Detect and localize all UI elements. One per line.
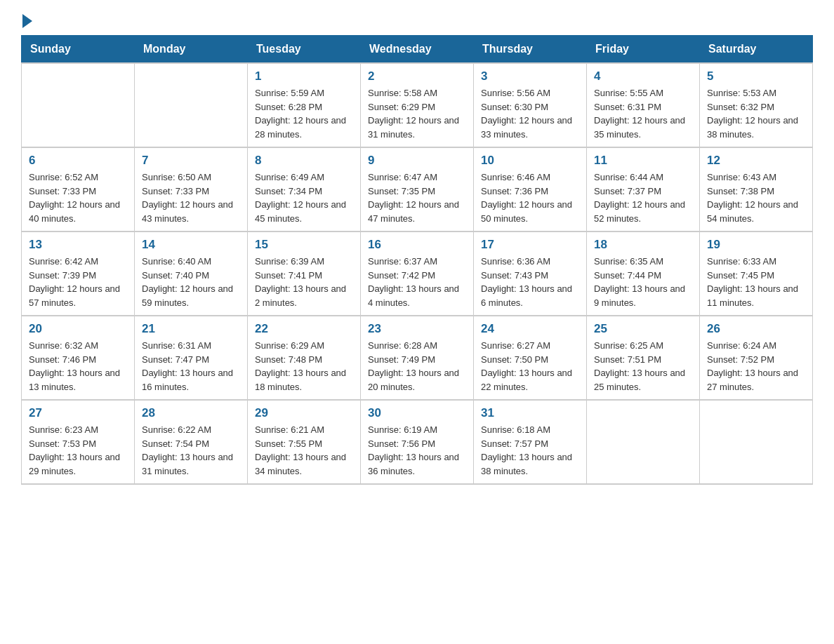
day-info: Sunrise: 5:53 AM Sunset: 6:32 PM Dayligh… bbox=[707, 86, 805, 141]
day-number: 4 bbox=[594, 69, 692, 83]
day-number: 19 bbox=[707, 238, 805, 252]
calendar-cell: 22Sunrise: 6:29 AM Sunset: 7:48 PM Dayli… bbox=[248, 316, 361, 400]
day-number: 30 bbox=[368, 406, 466, 420]
day-info: Sunrise: 6:37 AM Sunset: 7:42 PM Dayligh… bbox=[368, 255, 466, 309]
day-number: 27 bbox=[29, 406, 127, 420]
day-info: Sunrise: 5:59 AM Sunset: 6:28 PM Dayligh… bbox=[255, 86, 353, 141]
day-of-week-header: Tuesday bbox=[248, 36, 361, 64]
day-info: Sunrise: 6:42 AM Sunset: 7:39 PM Dayligh… bbox=[29, 255, 127, 309]
calendar-cell: 15Sunrise: 6:39 AM Sunset: 7:41 PM Dayli… bbox=[248, 232, 361, 316]
day-number: 8 bbox=[255, 154, 353, 168]
day-number: 13 bbox=[29, 238, 127, 252]
day-info: Sunrise: 6:49 AM Sunset: 7:34 PM Dayligh… bbox=[255, 170, 353, 225]
day-number: 28 bbox=[142, 406, 240, 420]
calendar-cell: 26Sunrise: 6:24 AM Sunset: 7:52 PM Dayli… bbox=[700, 316, 813, 400]
day-info: Sunrise: 6:43 AM Sunset: 7:38 PM Dayligh… bbox=[707, 170, 805, 225]
day-of-week-header: Sunday bbox=[22, 36, 135, 64]
day-number: 10 bbox=[481, 154, 579, 168]
day-number: 15 bbox=[255, 238, 353, 252]
day-number: 31 bbox=[481, 406, 579, 420]
calendar-cell: 21Sunrise: 6:31 AM Sunset: 7:47 PM Dayli… bbox=[135, 316, 248, 400]
day-number: 7 bbox=[142, 154, 240, 168]
calendar-week-row: 20Sunrise: 6:32 AM Sunset: 7:46 PM Dayli… bbox=[22, 316, 813, 400]
logo-blue-part bbox=[21, 14, 35, 28]
day-info: Sunrise: 6:39 AM Sunset: 7:41 PM Dayligh… bbox=[255, 255, 353, 309]
calendar-week-row: 1Sunrise: 5:59 AM Sunset: 6:28 PM Daylig… bbox=[22, 63, 813, 147]
day-number: 16 bbox=[368, 238, 466, 252]
calendar-cell bbox=[22, 63, 135, 147]
calendar-cell: 17Sunrise: 6:36 AM Sunset: 7:43 PM Dayli… bbox=[474, 232, 587, 316]
calendar-cell: 1Sunrise: 5:59 AM Sunset: 6:28 PM Daylig… bbox=[248, 63, 361, 147]
day-number: 11 bbox=[594, 154, 692, 168]
calendar-table: SundayMondayTuesdayWednesdayThursdayFrid… bbox=[21, 35, 813, 485]
day-number: 12 bbox=[707, 154, 805, 168]
day-of-week-header: Wednesday bbox=[361, 36, 474, 64]
day-info: Sunrise: 6:21 AM Sunset: 7:55 PM Dayligh… bbox=[255, 423, 353, 478]
day-number: 22 bbox=[255, 322, 353, 336]
calendar-cell bbox=[700, 400, 813, 484]
day-number: 23 bbox=[368, 322, 466, 336]
calendar-cell: 7Sunrise: 6:50 AM Sunset: 7:33 PM Daylig… bbox=[135, 147, 248, 232]
day-number: 9 bbox=[368, 154, 466, 168]
day-number: 25 bbox=[594, 322, 692, 336]
day-info: Sunrise: 6:50 AM Sunset: 7:33 PM Dayligh… bbox=[142, 170, 240, 225]
calendar-cell: 6Sunrise: 6:52 AM Sunset: 7:33 PM Daylig… bbox=[22, 147, 135, 232]
calendar-cell: 20Sunrise: 6:32 AM Sunset: 7:46 PM Dayli… bbox=[22, 316, 135, 400]
day-info: Sunrise: 6:19 AM Sunset: 7:56 PM Dayligh… bbox=[368, 423, 466, 478]
calendar-header-row: SundayMondayTuesdayWednesdayThursdayFrid… bbox=[22, 36, 813, 64]
day-number: 21 bbox=[142, 322, 240, 336]
day-info: Sunrise: 6:22 AM Sunset: 7:54 PM Dayligh… bbox=[142, 423, 240, 478]
calendar-week-row: 27Sunrise: 6:23 AM Sunset: 7:53 PM Dayli… bbox=[22, 400, 813, 484]
calendar-cell bbox=[135, 63, 248, 147]
calendar-cell: 25Sunrise: 6:25 AM Sunset: 7:51 PM Dayli… bbox=[587, 316, 700, 400]
calendar-cell: 5Sunrise: 5:53 AM Sunset: 6:32 PM Daylig… bbox=[700, 63, 813, 147]
calendar-cell: 11Sunrise: 6:44 AM Sunset: 7:37 PM Dayli… bbox=[587, 147, 700, 232]
calendar-cell: 10Sunrise: 6:46 AM Sunset: 7:36 PM Dayli… bbox=[474, 147, 587, 232]
calendar-cell: 24Sunrise: 6:27 AM Sunset: 7:50 PM Dayli… bbox=[474, 316, 587, 400]
calendar-cell: 4Sunrise: 5:55 AM Sunset: 6:31 PM Daylig… bbox=[587, 63, 700, 147]
day-number: 14 bbox=[142, 238, 240, 252]
day-info: Sunrise: 6:32 AM Sunset: 7:46 PM Dayligh… bbox=[29, 339, 127, 394]
calendar-cell: 2Sunrise: 5:58 AM Sunset: 6:29 PM Daylig… bbox=[361, 63, 474, 147]
day-number: 24 bbox=[481, 322, 579, 336]
calendar-week-row: 6Sunrise: 6:52 AM Sunset: 7:33 PM Daylig… bbox=[22, 147, 813, 232]
calendar-cell: 29Sunrise: 6:21 AM Sunset: 7:55 PM Dayli… bbox=[248, 400, 361, 484]
day-info: Sunrise: 6:25 AM Sunset: 7:51 PM Dayligh… bbox=[594, 339, 692, 394]
day-of-week-header: Monday bbox=[135, 36, 248, 64]
day-info: Sunrise: 6:29 AM Sunset: 7:48 PM Dayligh… bbox=[255, 339, 353, 394]
day-info: Sunrise: 6:35 AM Sunset: 7:44 PM Dayligh… bbox=[594, 255, 692, 309]
day-info: Sunrise: 6:44 AM Sunset: 7:37 PM Dayligh… bbox=[594, 170, 692, 225]
calendar-cell: 31Sunrise: 6:18 AM Sunset: 7:57 PM Dayli… bbox=[474, 400, 587, 484]
day-info: Sunrise: 6:47 AM Sunset: 7:35 PM Dayligh… bbox=[368, 170, 466, 225]
calendar-cell: 16Sunrise: 6:37 AM Sunset: 7:42 PM Dayli… bbox=[361, 232, 474, 316]
day-number: 2 bbox=[368, 69, 466, 83]
calendar-cell: 18Sunrise: 6:35 AM Sunset: 7:44 PM Dayli… bbox=[587, 232, 700, 316]
calendar-cell: 30Sunrise: 6:19 AM Sunset: 7:56 PM Dayli… bbox=[361, 400, 474, 484]
calendar-week-row: 13Sunrise: 6:42 AM Sunset: 7:39 PM Dayli… bbox=[22, 232, 813, 316]
day-number: 26 bbox=[707, 322, 805, 336]
day-info: Sunrise: 6:27 AM Sunset: 7:50 PM Dayligh… bbox=[481, 339, 579, 394]
calendar-cell: 27Sunrise: 6:23 AM Sunset: 7:53 PM Dayli… bbox=[22, 400, 135, 484]
day-of-week-header: Friday bbox=[587, 36, 700, 64]
day-number: 1 bbox=[255, 69, 353, 83]
day-info: Sunrise: 6:18 AM Sunset: 7:57 PM Dayligh… bbox=[481, 423, 579, 478]
logo-arrow-icon bbox=[22, 14, 32, 28]
day-info: Sunrise: 6:40 AM Sunset: 7:40 PM Dayligh… bbox=[142, 255, 240, 309]
calendar-cell: 9Sunrise: 6:47 AM Sunset: 7:35 PM Daylig… bbox=[361, 147, 474, 232]
day-number: 5 bbox=[707, 69, 805, 83]
day-info: Sunrise: 6:28 AM Sunset: 7:49 PM Dayligh… bbox=[368, 339, 466, 394]
calendar-cell: 28Sunrise: 6:22 AM Sunset: 7:54 PM Dayli… bbox=[135, 400, 248, 484]
calendar-cell: 3Sunrise: 5:56 AM Sunset: 6:30 PM Daylig… bbox=[474, 63, 587, 147]
calendar-cell bbox=[587, 400, 700, 484]
day-info: Sunrise: 6:31 AM Sunset: 7:47 PM Dayligh… bbox=[142, 339, 240, 394]
day-number: 20 bbox=[29, 322, 127, 336]
calendar-cell: 8Sunrise: 6:49 AM Sunset: 7:34 PM Daylig… bbox=[248, 147, 361, 232]
day-of-week-header: Thursday bbox=[474, 36, 587, 64]
day-number: 6 bbox=[29, 154, 127, 168]
day-info: Sunrise: 5:56 AM Sunset: 6:30 PM Dayligh… bbox=[481, 86, 579, 141]
calendar-cell: 19Sunrise: 6:33 AM Sunset: 7:45 PM Dayli… bbox=[700, 232, 813, 316]
day-info: Sunrise: 5:55 AM Sunset: 6:31 PM Dayligh… bbox=[594, 86, 692, 141]
day-number: 29 bbox=[255, 406, 353, 420]
logo bbox=[21, 14, 35, 28]
day-info: Sunrise: 6:33 AM Sunset: 7:45 PM Dayligh… bbox=[707, 255, 805, 309]
